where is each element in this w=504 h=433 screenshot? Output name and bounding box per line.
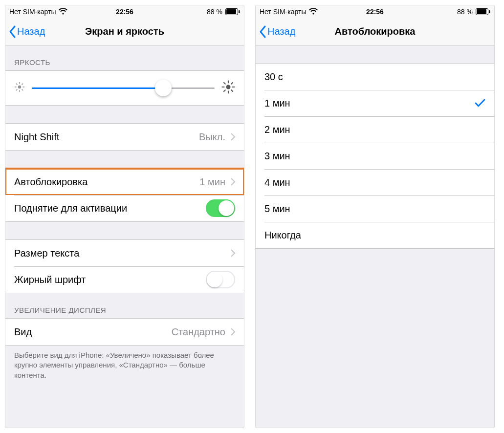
options-list: 30 с1 мин2 мин3 мин4 мин5 минНикогда xyxy=(256,63,494,249)
svg-line-20 xyxy=(224,90,225,91)
row-night-shift[interactable]: Night Shift Выкл. xyxy=(5,124,244,150)
option-label: 1 мин xyxy=(264,98,290,109)
wifi-icon xyxy=(309,8,318,15)
sun-small-icon xyxy=(14,82,25,94)
battery-icon xyxy=(225,8,240,15)
row-night-shift-value: Выкл. xyxy=(199,131,225,143)
row-auto-lock[interactable]: Автоблокировка 1 мин xyxy=(5,169,244,195)
status-bar: Нет SIM-карты 22:56 88 % xyxy=(5,5,244,18)
row-auto-lock-value: 1 мин xyxy=(199,176,225,188)
svg-line-10 xyxy=(22,84,23,85)
brightness-slider[interactable] xyxy=(32,80,215,96)
nav-bar: Назад Автоблокировка xyxy=(256,18,494,45)
svg-rect-23 xyxy=(489,10,490,13)
auto-lock-option[interactable]: 30 с xyxy=(256,64,494,90)
section-header-zoom: УВЕЛИЧЕНИЕ ДИСПЛЕЯ xyxy=(5,293,244,318)
option-label: 2 мин xyxy=(264,124,290,135)
bold-text-toggle[interactable] xyxy=(206,271,235,288)
row-view-label: Вид xyxy=(14,326,32,338)
svg-rect-22 xyxy=(477,9,486,14)
back-chevron-icon xyxy=(259,25,267,39)
svg-rect-1 xyxy=(226,9,236,14)
chevron-right-icon xyxy=(230,328,235,336)
svg-line-18 xyxy=(231,90,233,91)
section-header-brightness: ЯРКОСТЬ xyxy=(5,45,244,70)
svg-line-8 xyxy=(16,84,17,85)
row-raise-to-wake[interactable]: Поднятие для активации xyxy=(5,195,244,221)
row-view[interactable]: Вид Стандартно xyxy=(5,319,244,345)
chevron-right-icon xyxy=(230,178,235,186)
brightness-slider-row xyxy=(5,71,244,105)
option-label: 5 мин xyxy=(264,203,290,215)
row-bold-text-label: Жирный шрифт xyxy=(14,274,86,285)
row-auto-lock-label: Автоблокировка xyxy=(14,176,88,188)
row-text-size-label: Размер текста xyxy=(14,248,79,259)
back-button[interactable]: Назад xyxy=(8,25,45,39)
checkmark-icon xyxy=(475,99,485,108)
footer-text: Выберите вид для iPhone: «Увеличено» пок… xyxy=(5,346,244,390)
row-text-size[interactable]: Размер текста xyxy=(5,240,244,266)
option-label: Никогда xyxy=(264,230,301,241)
back-button[interactable]: Назад xyxy=(259,25,295,39)
chevron-right-icon xyxy=(230,133,235,141)
row-raise-to-wake-label: Поднятие для активации xyxy=(14,203,127,214)
auto-lock-option[interactable]: 2 мин xyxy=(256,116,494,143)
auto-lock-option[interactable]: 5 мин xyxy=(256,195,494,222)
row-view-value: Стандартно xyxy=(172,326,225,338)
nav-bar: Назад Экран и яркость xyxy=(5,18,244,45)
svg-point-12 xyxy=(226,85,231,89)
svg-point-3 xyxy=(18,86,21,88)
row-night-shift-label: Night Shift xyxy=(14,131,59,143)
row-bold-text[interactable]: Жирный шрифт xyxy=(5,266,244,293)
status-battery-pct: 88 % xyxy=(207,8,222,16)
back-chevron-icon xyxy=(8,25,17,39)
svg-line-11 xyxy=(16,89,17,90)
svg-line-17 xyxy=(224,83,225,84)
back-label: Назад xyxy=(267,26,295,37)
raise-to-wake-toggle[interactable] xyxy=(206,199,235,217)
sun-large-icon xyxy=(221,80,235,96)
svg-line-19 xyxy=(231,83,233,84)
option-label: 4 мин xyxy=(264,177,290,188)
chevron-right-icon xyxy=(230,249,235,257)
auto-lock-option[interactable]: 1 мин xyxy=(256,90,494,116)
option-label: 3 мин xyxy=(264,151,290,162)
status-carrier: Нет SIM-карты xyxy=(260,8,306,16)
phone-right: Нет SIM-карты 22:56 88 % Назад Автоблоки… xyxy=(255,5,495,428)
svg-line-9 xyxy=(22,89,23,90)
status-bar: Нет SIM-карты 22:56 88 % xyxy=(256,5,494,18)
auto-lock-option[interactable]: Никогда xyxy=(256,222,494,248)
auto-lock-option[interactable]: 4 мин xyxy=(256,169,494,195)
svg-rect-2 xyxy=(239,10,240,13)
option-label: 30 с xyxy=(264,71,283,83)
phone-left: Нет SIM-карты 22:56 88 % Назад Экран и я… xyxy=(5,5,244,428)
back-label: Назад xyxy=(17,26,45,37)
auto-lock-option[interactable]: 3 мин xyxy=(256,143,494,169)
status-carrier: Нет SIM-карты xyxy=(9,8,56,16)
wifi-icon xyxy=(59,8,67,15)
battery-icon xyxy=(476,8,490,15)
status-battery-pct: 88 % xyxy=(457,8,473,16)
